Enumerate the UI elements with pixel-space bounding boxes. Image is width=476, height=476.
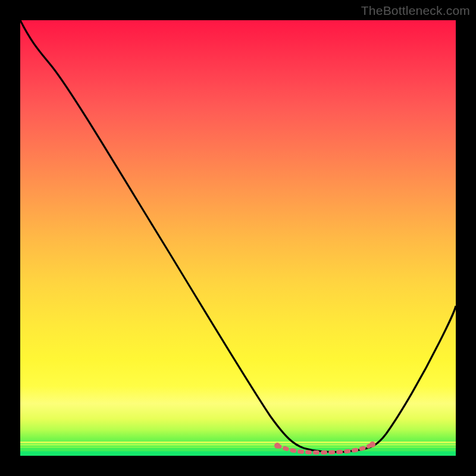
optimal-range-end-dot: [369, 441, 375, 447]
chart-frame: TheBottleneck.com: [0, 0, 476, 476]
watermark-text: TheBottleneck.com: [361, 4, 470, 18]
optimal-range-start-dot: [274, 443, 280, 449]
optimal-range-marker: [277, 444, 372, 453]
curve-svg: [20, 20, 456, 456]
bottleneck-curve-path: [20, 20, 456, 452]
